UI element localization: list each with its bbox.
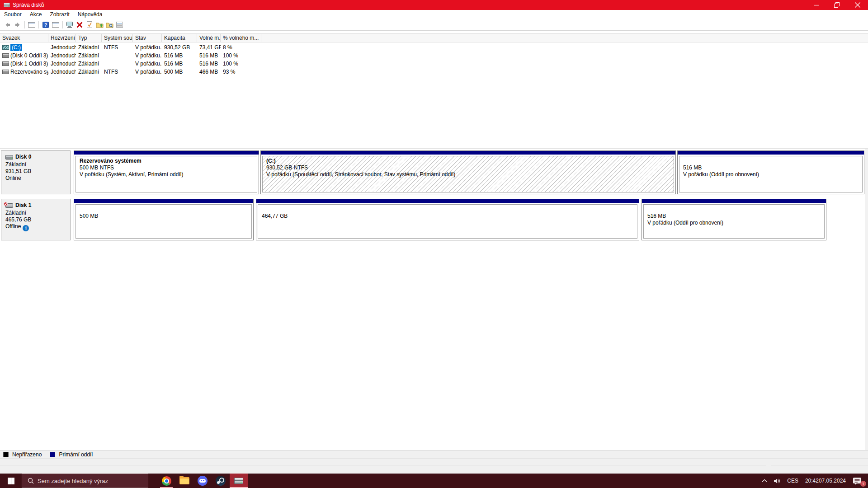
menu-akce[interactable]: Akce <box>26 10 46 19</box>
taskbar-app-disk-management[interactable] <box>230 474 248 488</box>
volume-type: Základní <box>76 52 102 60</box>
volume-fs: NTFS <box>102 44 133 52</box>
tray-speaker-icon[interactable] <box>770 474 784 488</box>
legend-bar: Nepřiřazeno Primární oddíl <box>0 450 868 458</box>
volume-capacity: 500 MB <box>162 68 197 76</box>
legend-swatch-primary <box>50 452 55 457</box>
toolbar-separator <box>38 21 39 28</box>
search-input[interactable] <box>38 478 142 484</box>
disk-kind: Základní <box>5 161 70 168</box>
minimize-button[interactable] <box>806 0 826 10</box>
chrome-icon <box>162 476 171 486</box>
column-header-procento[interactable]: % volného m... <box>221 34 261 42</box>
volume-layout: Jednoduchý <box>48 52 76 60</box>
volume-layout: Jednoduchý <box>48 44 76 52</box>
partition-status: V pořádku (Oddíl pro obnovení) <box>683 171 859 178</box>
volume-name: (C:) <box>10 44 22 51</box>
disk-0-info[interactable]: Disk 0 Základní 931,51 GB Online <box>1 150 71 194</box>
computer-icon[interactable] <box>65 20 75 29</box>
taskbar-app-chrome[interactable] <box>157 474 175 488</box>
tray-language[interactable]: CES <box>784 474 802 488</box>
volume-type: Základní <box>76 44 102 52</box>
partition-recovery-disk1[interactable]: 516 MB V pořádku (Oddíl pro obnovení) <box>642 199 826 240</box>
column-header-svazek[interactable]: Svazek <box>0 34 48 42</box>
disk-status: Online <box>5 175 70 182</box>
disk-status: Offlinei <box>5 223 70 231</box>
partition-title <box>262 206 633 213</box>
help-icon[interactable]: ? <box>41 20 51 29</box>
menu-zobrazit[interactable]: Zobrazit <box>46 10 73 19</box>
toolbar: ? <box>0 19 868 31</box>
partition-color-band <box>678 151 864 155</box>
volume-row-disk0-oddil3[interactable]: (Disk 0 Oddíl 3) Jednoduchý Základní V p… <box>0 52 868 60</box>
folder-search-icon[interactable] <box>104 20 114 29</box>
taskbar-app-file-explorer[interactable] <box>175 474 193 488</box>
disk-kind: Základní <box>5 210 70 216</box>
partition-status: V pořádku (Spouštěcí oddíl, Stránkovací … <box>266 171 670 178</box>
disk-management-app-icon <box>4 2 10 8</box>
taskbar-search[interactable] <box>22 474 148 488</box>
console-window-icon[interactable] <box>51 20 61 29</box>
disk-1-info[interactable]: Disk 1 Základní 465,76 GB Offlinei <box>1 199 71 240</box>
info-icon[interactable]: i <box>23 225 29 231</box>
disk-1-row: Disk 1 Základní 465,76 GB Offlinei 500 M… <box>0 199 865 240</box>
partition-c-selected[interactable]: (C:) 930,52 GB NTFS V pořádku (Spouštěcí… <box>260 150 676 194</box>
partition-color-band <box>256 199 639 203</box>
volume-icon <box>2 70 9 74</box>
partition-disk1-500mb[interactable]: 500 MB <box>74 199 254 240</box>
taskbar-app-steam[interactable] <box>212 474 230 488</box>
forward-icon[interactable] <box>13 20 23 29</box>
partition-title: Rezervováno systémem <box>80 158 253 164</box>
partition-status <box>80 220 248 226</box>
back-icon[interactable] <box>3 20 13 29</box>
notification-center-button[interactable]: 1 <box>849 474 868 488</box>
tray-clock[interactable]: 20:42 07.05.2024 <box>802 474 849 488</box>
check-document-icon[interactable] <box>85 20 94 29</box>
close-button[interactable] <box>847 0 868 10</box>
volume-list-pane: Svazek Rozvržení Typ Systém sou... Stav … <box>0 31 868 148</box>
taskbar-app-discord[interactable] <box>193 474 212 488</box>
volume-capacity: 516 MB <box>162 60 197 68</box>
vertical-scrollbar[interactable] <box>865 149 868 450</box>
column-header-system[interactable]: Systém sou... <box>102 34 133 42</box>
column-header-typ[interactable]: Typ <box>76 34 102 42</box>
partition-title: (C:) <box>266 158 670 164</box>
menubar: Soubor Akce Zobrazit Nápověda <box>0 10 868 19</box>
menu-napoveda[interactable]: Nápověda <box>74 10 107 19</box>
steam-icon <box>216 476 226 486</box>
column-header-rozvrzeni[interactable]: Rozvržení <box>48 34 76 42</box>
partition-size: 930,52 GB NTFS <box>266 164 670 171</box>
partition-disk1-main[interactable]: 464,77 GB <box>256 199 639 240</box>
volume-capacity: 930,52 GB <box>162 44 197 52</box>
toolbar-separator <box>62 21 63 28</box>
disk-offline-icon <box>5 203 13 208</box>
volume-status: V pořádku... <box>133 60 162 68</box>
column-header-stav[interactable]: Stav <box>133 34 162 42</box>
notification-badge: 1 <box>860 481 866 487</box>
desktop: Správa disků Soubor Akce Zobrazit Nápově… <box>0 0 868 488</box>
volume-row-c[interactable]: (C:) Jednoduchý Základní NTFS V pořádku.… <box>0 43 868 52</box>
partition-recovery-disk0[interactable]: 516 MB V pořádku (Oddíl pro obnovení) <box>677 150 864 194</box>
volume-capacity: 516 MB <box>162 52 197 60</box>
tray-chevron-up-icon[interactable] <box>759 474 770 488</box>
folder-up-icon[interactable] <box>94 20 104 29</box>
column-header-volne[interactable]: Volné m... <box>197 34 221 42</box>
start-button[interactable] <box>0 474 22 488</box>
volume-pct: 8 % <box>221 44 261 52</box>
column-header-kapacita[interactable]: Kapacita <box>162 34 197 42</box>
status-divider <box>0 465 766 465</box>
details-view-icon[interactable] <box>114 20 124 29</box>
partition-system-reserved[interactable]: Rezervováno systémem 500 MB NTFS V pořád… <box>74 150 259 194</box>
restore-button[interactable] <box>826 0 847 10</box>
volume-status: V pořádku... <box>133 68 162 76</box>
console-tree-icon[interactable] <box>27 20 37 29</box>
delete-icon[interactable] <box>75 20 85 29</box>
volume-row-rezervovano[interactable]: Rezervováno systé... Jednoduchý Základní… <box>0 68 868 76</box>
partition-title <box>683 158 859 164</box>
partition-size: 500 MB NTFS <box>80 164 253 171</box>
volume-row-disk1-oddil3[interactable]: (Disk 1 Oddíl 3) Jednoduchý Základní V p… <box>0 60 868 68</box>
partition-color-band <box>261 151 675 155</box>
legend-label-primary: Primární oddíl <box>59 451 93 458</box>
menu-soubor[interactable]: Soubor <box>0 10 26 19</box>
volume-name: Rezervováno systé... <box>10 69 48 75</box>
